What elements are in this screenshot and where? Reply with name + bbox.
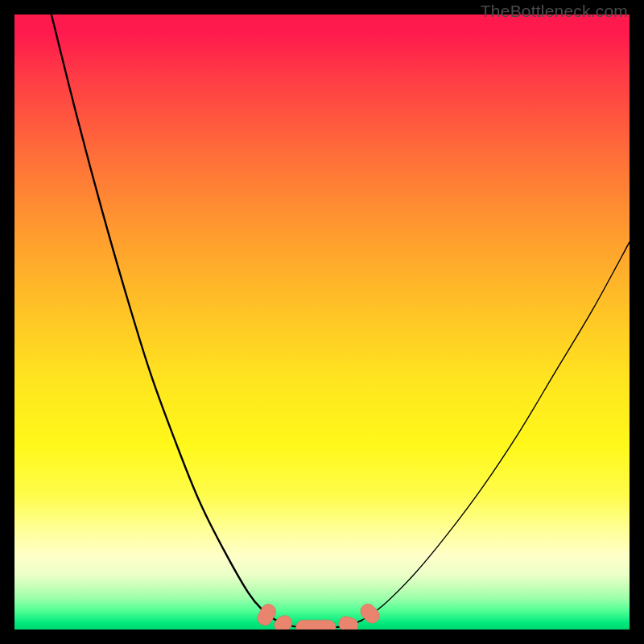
valley-marker-2 bbox=[296, 620, 336, 630]
series-left-curve bbox=[52, 14, 276, 621]
series-right-curve bbox=[362, 242, 630, 621]
outer-frame: TheBottleneck.com bbox=[0, 0, 644, 644]
chart-svg bbox=[14, 14, 630, 630]
watermark-text: TheBottleneck.com bbox=[481, 2, 628, 21]
svg-rect-3 bbox=[336, 614, 360, 630]
curve-layer bbox=[52, 14, 630, 628]
svg-rect-2 bbox=[296, 620, 336, 630]
plot-area bbox=[14, 14, 630, 630]
valley-marker-4 bbox=[357, 601, 382, 626]
valley-marker-3 bbox=[336, 614, 360, 630]
svg-rect-4 bbox=[357, 601, 382, 626]
marker-layer bbox=[255, 601, 382, 630]
